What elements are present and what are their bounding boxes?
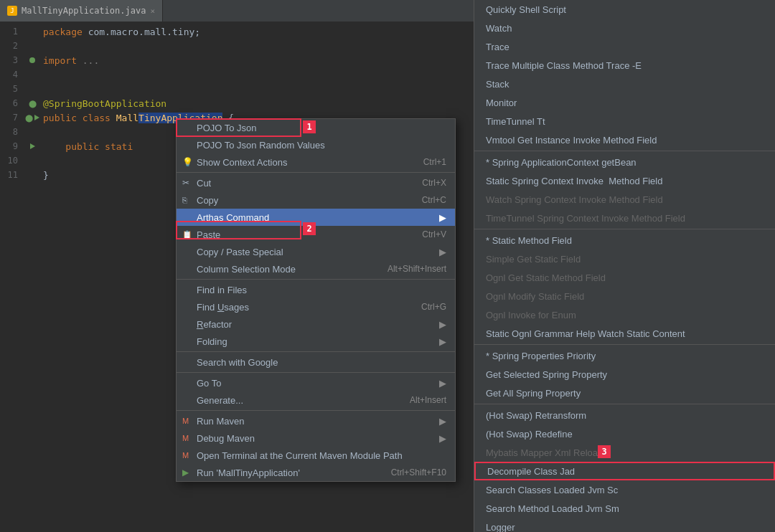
shortcut-generate: Alt+Insert <box>410 395 446 405</box>
goto-arrow: ▶ <box>439 378 446 389</box>
menu-item-open-terminal[interactable]: M Open Terminal at the Current Maven Mod… <box>177 447 455 464</box>
submenu-label-static-ognl-grammar: Static Ognl Grammar Help Watch Static Co… <box>486 328 685 339</box>
menu-item-debug-maven[interactable]: M Debug Maven ▶ <box>177 429 455 447</box>
submenu-logger[interactable]: Logger <box>474 518 775 532</box>
menu-item-find-in-files[interactable]: Find in Files <box>177 281 455 298</box>
submenu-label-spring-props-header: * Spring Properties Priority <box>486 351 596 361</box>
run-arrow-9 <box>30 143 35 149</box>
menu-label-column-selection: Column Selection Mode <box>197 264 296 275</box>
paste-icon: 📋 <box>182 230 192 239</box>
code-line-1: 1 package com.macro.mall.tiny; <box>0 24 474 39</box>
menu-item-column-selection[interactable]: Column Selection Mode Alt+Shift+Insert <box>177 260 455 277</box>
submenu-search-classes[interactable]: Search Classes Loaded Jvm Sc <box>474 480 775 499</box>
menu-sep-4 <box>177 372 455 373</box>
submenu-sep-1 <box>474 151 775 151</box>
menu-label-pojo-to-json: POJO To Json <box>197 123 257 133</box>
submenu-timetunnel[interactable]: TimeTunnel Tt <box>474 112 775 130</box>
shortcut-cut: Ctrl+X <box>422 178 446 188</box>
menu-item-generate[interactable]: Generate... Alt+Insert <box>177 391 455 409</box>
shortcut-column: Alt+Shift+Insert <box>388 264 446 274</box>
shortcut-copy: Ctrl+C <box>422 195 446 205</box>
submenu-label-spring-ctx-header: * Spring ApplicationContext getBean <box>486 157 637 168</box>
menu-label-copy: Copy <box>197 195 218 206</box>
menu-label-find-in-files: Find in Files <box>197 285 247 295</box>
menu-item-context-actions[interactable]: 💡 Show Context Actions Ctrl+1 <box>177 153 455 171</box>
submenu-get-selected-prop[interactable]: Get Selected Spring Property <box>474 365 775 384</box>
submenu-label-ognl-static: Ognl Get Static Method Field <box>486 272 606 283</box>
context-menu: POJO To Json POJO To Json Random Values … <box>176 118 456 482</box>
menu-item-arthas[interactable]: Arthas Command ▶ <box>177 209 455 226</box>
maven-run-icon: M <box>182 417 189 425</box>
submenu-label-ognl-modify: Ognl Modify Static Field <box>486 291 584 302</box>
submenu-label-get-all-prop: Get All Spring Property <box>486 388 581 399</box>
copy-icon: ⎘ <box>182 196 187 204</box>
menu-item-paste[interactable]: 📋 Paste Ctrl+V <box>177 226 455 243</box>
submenu-label-watch: Watch <box>486 23 512 34</box>
submenu-decompile[interactable]: Decompile Class Jad <box>474 462 775 480</box>
submenu-hot-swap-retransform[interactable]: (Hot Swap) Retransform <box>474 406 775 424</box>
maven-terminal-icon: M <box>182 451 189 460</box>
menu-sep-5 <box>177 410 455 411</box>
submenu-sep-3 <box>474 344 775 345</box>
run-app-icon: ▶ <box>182 467 189 478</box>
code-line-3: 3 import ... <box>0 53 474 67</box>
code-line-4: 4 <box>0 67 474 82</box>
tab-close-button[interactable]: × <box>150 6 155 16</box>
submenu-search-method[interactable]: Search Method Loaded Jvm Sm <box>474 499 775 518</box>
menu-item-folding[interactable]: Folding ▶ <box>177 333 455 350</box>
submenu-static-method-header: * Static Method Field <box>474 231 775 250</box>
submenu-watch[interactable]: Watch <box>474 19 775 37</box>
menu-item-search-google[interactable]: Search with Google <box>177 353 455 371</box>
submenu-label-ognl-enum: Ognl Invoke for Enum <box>486 310 576 320</box>
tab-bar: J MallTinyApplication.java × <box>0 0 474 22</box>
submenu-stack[interactable]: Stack <box>474 75 775 93</box>
tab-filename: MallTinyApplication.java <box>22 6 146 16</box>
refactor-arrow: ▶ <box>439 319 446 330</box>
submenu-label-watch-spring: Watch Spring Context Invoke Method Field <box>486 194 663 205</box>
shortcut-paste: Ctrl+V <box>422 229 446 239</box>
submenu-trace[interactable]: Trace <box>474 37 775 56</box>
java-file-icon: J <box>7 6 17 16</box>
submenu-ognl-modify: Ognl Modify Static Field <box>474 287 775 305</box>
code-content-1: package com.macro.mall.tiny; <box>39 27 474 37</box>
submenu-label-quickly-shell: Quickly Shell Script <box>486 4 566 15</box>
cut-icon: ✂ <box>182 178 189 188</box>
submenu-monitor[interactable]: Monitor <box>474 93 775 112</box>
file-tab[interactable]: J MallTinyApplication.java × <box>0 0 163 22</box>
menu-item-run-maven[interactable]: M Run Maven ▶ <box>177 412 455 429</box>
menu-item-run-app[interactable]: ▶ Run 'MallTinyApplication' Ctrl+Shift+F… <box>177 464 455 481</box>
submenu-label-get-selected-prop: Get Selected Spring Property <box>486 369 607 380</box>
submenu-label-logger: Logger <box>486 522 515 533</box>
menu-item-find-usages[interactable]: Find Usages Ctrl+G <box>177 298 455 315</box>
menu-item-pojo-to-json[interactable]: POJO To Json <box>177 119 455 136</box>
menu-item-pojo-random[interactable]: POJO To Json Random Values <box>177 136 455 153</box>
menu-label-run-maven: Run Maven <box>197 416 244 427</box>
menu-item-copy[interactable]: ⎘ Copy Ctrl+C <box>177 191 455 209</box>
shortcut-context-actions: Ctrl+1 <box>423 157 446 167</box>
menu-item-go-to[interactable]: Go To ▶ <box>177 374 455 391</box>
submenu-quickly-shell[interactable]: Quickly Shell Script <box>474 0 775 19</box>
submenu-vmtool[interactable]: Vmtool Get Instance Invoke Method Field <box>474 130 775 149</box>
submenu-static-ognl-grammar[interactable]: Static Ognl Grammar Help Watch Static Co… <box>474 324 775 343</box>
menu-item-copy-paste-special[interactable]: Copy / Paste Special ▶ <box>177 243 455 260</box>
submenu-static-spring[interactable]: Static Spring Context Invoke Method Fiel… <box>474 171 775 190</box>
submenu-hot-swap-redefine[interactable]: (Hot Swap) Redefine <box>474 424 775 443</box>
menu-label-generate: Generate... <box>197 395 243 406</box>
menu-item-cut[interactable]: ✂ Cut Ctrl+X <box>177 174 455 191</box>
submenu-label-timetunnel: TimeTunnel Tt <box>486 116 545 127</box>
menu-label-context-actions: Show Context Actions <box>197 157 287 168</box>
menu-item-refactor[interactable]: Refactor ▶ <box>177 315 455 333</box>
run-maven-arrow: ▶ <box>439 416 446 427</box>
submenu-simple-static: Simple Get Static Field <box>474 250 775 268</box>
submenu-timetunnel-spring: TimeTunnel Spring Context Invoke Method … <box>474 209 775 227</box>
submenu-label-timetunnel-spring: TimeTunnel Spring Context Invoke Method … <box>486 213 685 224</box>
menu-label-folding: Folding <box>197 336 227 347</box>
arthas-submenu: Quickly Shell Script Watch Trace Trace M… <box>474 0 775 532</box>
submenu-get-all-prop[interactable]: Get All Spring Property <box>474 384 775 402</box>
breakpoint-dot <box>29 57 35 63</box>
menu-label-debug-maven: Debug Maven <box>197 433 255 444</box>
code-line-6: 6 ⬤ @SpringBootApplication <box>0 96 474 110</box>
submenu-trace-multiple[interactable]: Trace Multiple Class Method Trace -E <box>474 56 775 75</box>
menu-label-go-to: Go To <box>197 378 221 389</box>
submenu-label-monitor: Monitor <box>486 98 517 108</box>
